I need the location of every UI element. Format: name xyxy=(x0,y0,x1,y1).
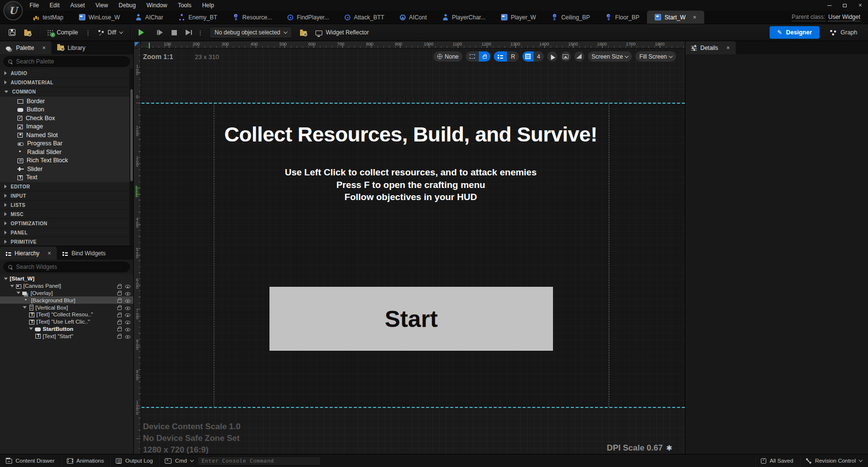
menu-help[interactable]: Help xyxy=(197,0,220,10)
maximize-icon[interactable] xyxy=(837,0,852,11)
menu-file[interactable]: File xyxy=(24,0,44,10)
asset-tab-ceiling-bp[interactable]: Ceiling_BP xyxy=(544,11,598,24)
asset-tab-playerchar-[interactable]: PlayerChar... xyxy=(435,11,493,24)
revision-control-button[interactable]: Revision Control xyxy=(800,454,868,467)
asset-tab-testmap[interactable]: testMap xyxy=(25,11,71,24)
grid-snap-size[interactable]: 4 xyxy=(534,51,544,62)
tab-details[interactable]: Details × xyxy=(685,41,736,54)
lock-widgets-toggle[interactable] xyxy=(479,51,490,62)
widget-reflector-button[interactable]: Widget Reflector xyxy=(312,27,373,38)
caret-icon[interactable] xyxy=(23,306,27,309)
palette-category-input[interactable]: INPUT xyxy=(0,191,133,201)
caret-icon[interactable] xyxy=(10,285,14,287)
eye-icon[interactable] xyxy=(125,285,130,288)
palette-category-optimization[interactable]: OPTIMIZATION xyxy=(0,219,133,228)
palette-category-misc[interactable]: MISC xyxy=(0,210,133,219)
palette-category-audio[interactable]: AUDIO xyxy=(0,69,133,78)
eye-icon[interactable] xyxy=(125,328,130,331)
frame-skip-button[interactable] xyxy=(149,27,167,38)
browse-to-asset-button[interactable] xyxy=(20,27,35,38)
eye-icon[interactable] xyxy=(125,313,130,317)
hierarchy-row[interactable]: StartButton xyxy=(0,326,133,333)
eye-icon[interactable] xyxy=(125,335,130,339)
menu-asset[interactable]: Asset xyxy=(65,0,90,10)
hierarchy-row[interactable]: [Start_W] xyxy=(0,275,133,282)
screen-size-dropdown[interactable]: Screen Size xyxy=(588,51,632,62)
palette-item-slider[interactable]: Slider xyxy=(0,165,133,173)
asset-tab-resource-[interactable]: Resource... xyxy=(225,11,280,24)
palette-item-radial-slider[interactable]: Radial Slider xyxy=(0,148,133,156)
compile-button[interactable]: Compile xyxy=(43,27,82,38)
show-outlines-toggle[interactable] xyxy=(494,51,507,62)
lock-icon[interactable] xyxy=(117,307,122,310)
hierarchy-row[interactable]: [Text] "Start" xyxy=(0,332,133,340)
close-icon[interactable]: × xyxy=(852,0,868,11)
caret-icon[interactable] xyxy=(29,327,33,330)
palette-category-common[interactable]: COMMON xyxy=(0,87,133,96)
palette-item-image[interactable]: Image xyxy=(0,123,133,131)
hierarchy-row[interactable]: [Canvas Panel] xyxy=(0,282,133,290)
menu-tools[interactable]: Tools xyxy=(173,0,197,10)
tab-library[interactable]: Library xyxy=(51,41,91,54)
close-icon[interactable]: × xyxy=(693,15,696,20)
palette-category-primitive[interactable]: PRIMITIVE xyxy=(0,237,133,246)
hierarchy-search-input[interactable] xyxy=(16,264,125,270)
play-button[interactable] xyxy=(135,27,148,38)
widget-instruction-text[interactable]: Use Left Click to collect resources, and… xyxy=(142,166,680,203)
ruler-tool-button[interactable] xyxy=(574,51,584,62)
localization-preview-dropdown[interactable]: None xyxy=(433,51,463,62)
menu-debug[interactable]: Debug xyxy=(113,0,141,10)
diff-button[interactable]: Diff xyxy=(94,27,126,38)
cursor-tool-button[interactable] xyxy=(547,51,557,62)
minimize-icon[interactable] xyxy=(821,0,837,11)
palette-category-lists[interactable]: LISTS xyxy=(0,201,133,210)
palette-category-editor[interactable]: EDITOR xyxy=(0,182,133,191)
graph-mode-button[interactable]: Graph xyxy=(824,26,863,39)
widget-title-text[interactable]: Collect Resources, Build, and Survive! xyxy=(142,123,680,146)
hierarchy-row[interactable]: [Vertical Box] xyxy=(0,304,133,311)
lock-icon[interactable] xyxy=(117,285,122,289)
close-icon[interactable]: × xyxy=(42,45,46,51)
hierarchy-row[interactable]: [Overlay] xyxy=(0,290,133,297)
browse-debug-button[interactable] xyxy=(296,27,311,38)
lock-icon[interactable] xyxy=(117,321,122,325)
palette-item-named-slot[interactable]: Named Slot xyxy=(0,131,133,140)
fill-screen-dropdown[interactable]: Fill Screen xyxy=(635,51,676,62)
lock-icon[interactable] xyxy=(117,314,122,317)
designer-mode-button[interactable]: ✎Designer xyxy=(770,26,820,39)
lock-icon[interactable] xyxy=(117,328,122,331)
palette-scrollbar[interactable] xyxy=(129,69,133,246)
cmd-dropdown[interactable]: Cmd xyxy=(159,454,195,467)
asset-tab-enemy-bt[interactable]: Enemy_BT xyxy=(171,11,225,24)
palette-item-button[interactable]: Button xyxy=(0,106,133,114)
output-log-button[interactable]: Output Log xyxy=(110,454,158,467)
palette-category-panel[interactable]: PANEL xyxy=(0,228,133,237)
console-command-input[interactable] xyxy=(202,458,316,464)
parent-class-value[interactable]: User Widget xyxy=(828,14,860,21)
tab-palette[interactable]: Palette × xyxy=(0,41,51,54)
asset-tab-findplayer-[interactable]: FindPlayer... xyxy=(280,11,337,24)
menu-window[interactable]: Window xyxy=(141,0,173,10)
palette-item-progress-bar[interactable]: Progress Bar xyxy=(0,140,133,148)
caret-icon[interactable] xyxy=(4,278,8,280)
palette-item-border[interactable]: Border xyxy=(0,97,133,106)
debug-object-dropdown[interactable]: No debug object selected xyxy=(209,27,292,38)
eye-icon[interactable] xyxy=(125,307,130,310)
hierarchy-row[interactable]: [Background Blur] xyxy=(0,296,133,304)
palette-category-audiomaterial[interactable]: AUDIOMATERIAL xyxy=(0,78,133,87)
stop-button[interactable] xyxy=(168,28,181,38)
start-button-widget[interactable]: Start xyxy=(269,287,553,351)
lock-icon[interactable] xyxy=(117,335,122,339)
asset-tab-start-w[interactable]: Start_W× xyxy=(647,11,704,24)
lock-icon[interactable] xyxy=(117,299,122,303)
tab-bind-widgets[interactable]: Bind Widgets xyxy=(57,247,111,260)
asset-tab-winlose-w[interactable]: WinLose_W xyxy=(71,11,128,24)
asset-tab-attack-btt[interactable]: Attack_BTT xyxy=(337,11,392,24)
eye-icon[interactable] xyxy=(125,299,130,303)
animations-button[interactable]: Animations xyxy=(61,454,110,467)
palette-item-text[interactable]: Text xyxy=(0,173,133,182)
menu-edit[interactable]: Edit xyxy=(44,0,65,10)
eye-icon[interactable] xyxy=(125,292,130,296)
widget-preview-area[interactable] xyxy=(142,103,685,407)
lock-icon[interactable] xyxy=(117,292,122,296)
